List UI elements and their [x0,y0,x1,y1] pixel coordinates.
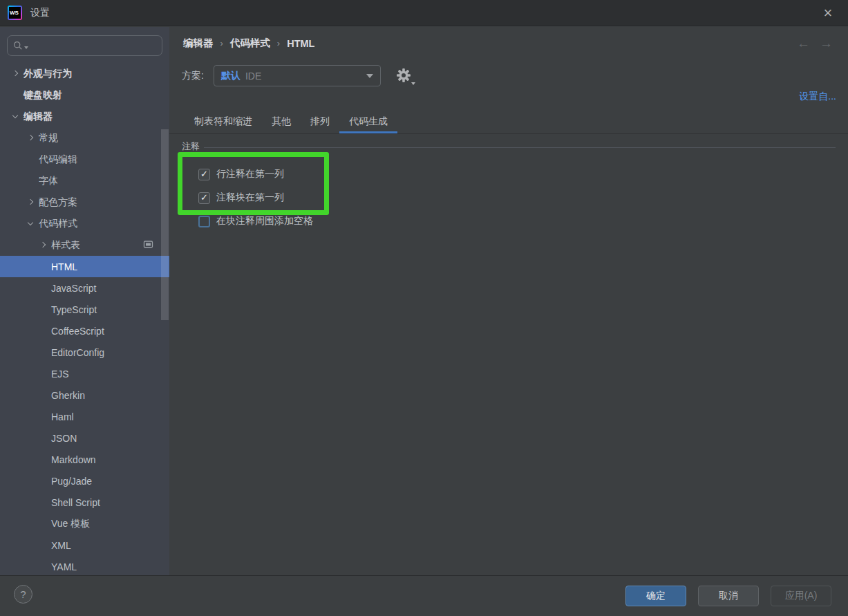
sidebar-item[interactable]: 代码编辑 [0,149,169,170]
search-icon [13,41,23,50]
sidebar-item[interactable]: HTML [0,256,169,277]
chevron-icon[interactable] [39,330,47,333]
sidebar-item[interactable]: 编辑器 [0,106,169,127]
group-line [204,147,836,148]
code-style-tabs: 制表符和缩进 其他 排列 代码生成 [185,110,397,133]
search-history-caret-icon[interactable] [24,46,28,49]
chevron-icon[interactable] [39,351,47,354]
tab[interactable]: 制表符和缩进 [185,110,262,133]
cancel-button[interactable]: 取消 [698,586,759,606]
settings-sidebar: 外观与行为 键盘映射 [0,27,169,575]
breadcrumb-item[interactable]: HTML [287,38,314,49]
chevron-icon[interactable] [39,458,47,461]
forward-icon[interactable]: → [820,36,833,51]
webstorm-logo-icon: WS [8,6,22,20]
chevron-icon[interactable] [11,73,19,75]
breadcrumb: 编辑器 › 代码样式 › HTML [183,37,328,50]
checkbox-icon[interactable] [198,192,210,204]
chevron-icon[interactable] [39,523,47,525]
sidebar-item[interactable]: 键盘映射 [0,84,169,106]
chevron-icon[interactable] [39,501,47,504]
set-from-link[interactable]: 设置自... [799,91,836,103]
gear-icon [395,67,412,84]
chevron-icon[interactable] [39,287,47,290]
sidebar-item[interactable]: Haml [0,406,169,427]
chevron-icon[interactable] [11,94,19,97]
chevron-icon[interactable] [39,308,47,311]
tab[interactable]: 排列 [301,110,339,133]
help-icon[interactable]: ? [14,585,32,604]
sidebar-item[interactable]: JavaScript [0,277,169,299]
chevron-icon[interactable] [39,437,47,440]
sidebar-item[interactable]: EJS [0,363,169,384]
footer-bar: ? 确定 取消 应用(A) [0,575,848,616]
checkbox-icon[interactable] [198,216,210,227]
scheme-dropdown[interactable]: 默认 IDE [214,65,381,86]
chevron-down-icon [411,82,415,85]
screen-icon[interactable] [143,240,153,251]
chevron-icon[interactable] [39,394,47,397]
group-title: 注释 [182,140,200,153]
chevron-icon[interactable] [11,116,19,118]
sidebar-item[interactable]: 配色方案 [0,192,169,213]
search-input[interactable] [7,35,162,56]
apply-button[interactable]: 应用(A) [771,586,831,606]
scheme-value-suffix: IDE [245,71,261,82]
sidebar-item[interactable]: TypeScript [0,299,169,320]
chevron-icon[interactable] [26,223,35,225]
settings-tree: 外观与行为 键盘映射 [0,63,169,575]
sidebar-item[interactable]: Vue 模板 [0,513,169,534]
chevron-icon[interactable] [39,244,47,247]
chevron-icon[interactable] [39,416,47,418]
checkbox-option[interactable]: 行注释在第一列 [198,165,313,183]
chevron-icon[interactable] [26,201,35,204]
scheme-actions-button[interactable] [395,67,413,85]
chevron-icon[interactable] [26,158,35,161]
sidebar-item[interactable]: Shell Script [0,492,169,513]
breadcrumb-item[interactable]: 编辑器 [183,37,214,50]
sidebar-item[interactable]: 常规 [0,127,169,149]
tab[interactable]: 代码生成 [339,110,397,133]
sidebar-item[interactable]: CoffeeScript [0,320,169,342]
title-bar: WS 设置 × [0,0,848,26]
chevron-icon[interactable] [26,180,35,183]
sidebar-item[interactable]: 字体 [0,170,169,192]
chevron-icon[interactable] [39,544,47,547]
scheme-value: 默认 [221,70,241,82]
checkbox-option[interactable]: 在块注释周围添加空格 [198,212,313,230]
tabs-divider [169,133,848,134]
sidebar-item[interactable]: YAML [0,556,169,575]
sidebar-item[interactable]: Markdown [0,449,169,470]
checkbox-icon[interactable] [198,169,210,180]
comment-options: 行注释在第一列 注释块在第一列 在块注释周围添加空格 [198,165,313,236]
sidebar-item[interactable]: 外观与行为 [0,63,169,84]
close-icon[interactable]: × [818,3,838,24]
sidebar-item[interactable]: EditorConfig [0,342,169,363]
sidebar-item[interactable]: Gherkin [0,384,169,406]
search-text-field[interactable] [32,41,142,51]
comments-group-header: 注释 [182,140,836,153]
sidebar-item[interactable]: JSON [0,427,169,449]
breadcrumb-item[interactable]: 代码样式 [230,37,270,50]
sidebar-item[interactable]: 样式表 [0,234,169,256]
chevron-icon[interactable] [39,373,47,375]
sidebar-item[interactable]: Pug/Jade [0,470,169,492]
ok-button[interactable]: 确定 [625,586,686,606]
scheme-row: 方案: 默认 IDE [182,65,413,86]
tab[interactable]: 其他 [262,110,301,133]
sidebar-item[interactable]: 代码样式 [0,213,169,234]
chevron-down-icon [366,74,373,78]
window-title: 设置 [30,7,50,19]
breadcrumb-separator: › [220,38,223,48]
settings-content: 编辑器 › 代码样式 › HTML ← → 方案: 默认 [169,27,848,575]
sidebar-item[interactable]: XML [0,534,169,556]
chevron-icon[interactable] [26,137,35,140]
checkbox-option[interactable]: 注释块在第一列 [198,189,313,207]
chevron-icon[interactable] [39,265,47,268]
scheme-label: 方案: [182,70,204,82]
chevron-icon[interactable] [39,566,47,568]
sidebar-scrollbar[interactable] [161,129,169,320]
breadcrumb-separator: › [277,38,280,48]
back-icon[interactable]: ← [797,36,810,51]
chevron-icon[interactable] [39,480,47,483]
